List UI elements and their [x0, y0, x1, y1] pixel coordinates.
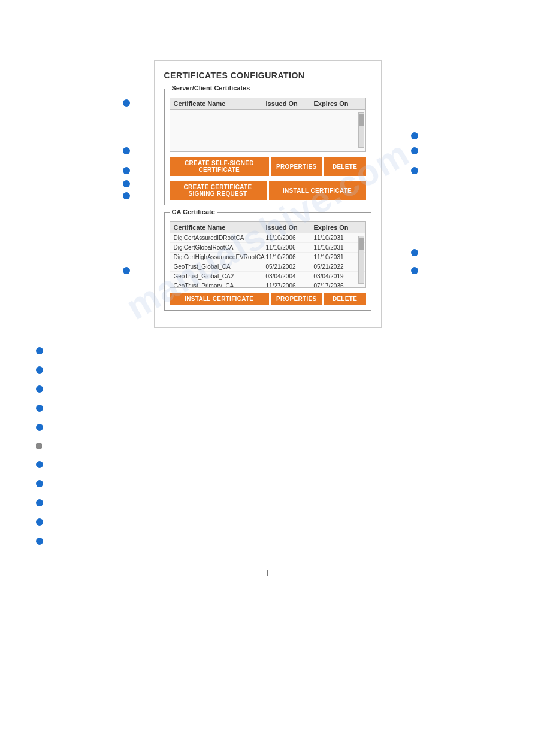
right-dot-4 [411, 249, 418, 258]
left-dot-5 [123, 192, 130, 201]
left-dot-4 [123, 180, 130, 189]
delete-button-1[interactable]: DELETE [324, 157, 366, 176]
properties-button-2[interactable]: PROPERTIES [271, 293, 321, 305]
right-dot-1 [411, 132, 418, 141]
bullet-7 [36, 460, 499, 468]
server-table-body[interactable] [170, 110, 365, 151]
bullet-10 [36, 517, 499, 526]
ca-scrollbar-thumb[interactable] [359, 238, 364, 250]
bullet-9 [36, 498, 499, 506]
bullet-dot-4 [36, 405, 43, 412]
bullets-area [36, 346, 499, 545]
bullet-dot-10 [36, 518, 43, 526]
col-expires-2: Expires On [314, 224, 362, 231]
server-btn-row-1: CREATE SELF-SIGNED CERTIFICATE PROPERTIE… [170, 157, 366, 176]
server-btn-row-2: CREATE CERTIFICATE SIGNING REQUEST INSTA… [170, 181, 366, 200]
bullet-6 [36, 442, 499, 449]
ca-cert-table: Certificate Name Issued On Expires On Di… [170, 221, 366, 288]
panel-wrapper: CERTIFICATES CONFIGURATION Server/Client… [12, 60, 523, 328]
ca-table-header: Certificate Name Issued On Expires On [170, 222, 365, 233]
config-panel: CERTIFICATES CONFIGURATION Server/Client… [154, 60, 382, 328]
left-dot-1 [123, 99, 130, 108]
properties-button-1[interactable]: PROPERTIES [271, 157, 321, 176]
server-cert-table: Certificate Name Issued On Expires On [170, 98, 366, 152]
bullet-4 [36, 403, 499, 412]
ca-scrollbar[interactable] [358, 236, 364, 284]
bullet-dot-9 [36, 499, 43, 506]
ca-table-row[interactable]: GeoTrust_Primary_CA 11/27/2006 07/17/203… [170, 281, 365, 287]
right-dot-2 [411, 147, 418, 156]
create-self-signed-button[interactable]: CREATE SELF-SIGNED CERTIFICATE [170, 157, 270, 176]
bullet-dot-3 [36, 385, 43, 393]
bullet-dot-5 [36, 424, 43, 431]
col-cert-name-2: Certificate Name [174, 224, 266, 231]
bottom-divider [12, 557, 523, 557]
page-number: | [0, 569, 535, 576]
col-expires-1: Expires On [314, 100, 362, 107]
bullet-2 [36, 365, 499, 374]
bullet-dot-6-small [36, 443, 42, 449]
bullet-8 [36, 479, 499, 487]
ca-table-body[interactable]: DigiCertAssuredIDRootCA 11/10/2006 11/10… [170, 233, 365, 287]
top-divider [12, 48, 523, 48]
server-section-label: Server/Client Certificates [170, 84, 253, 92]
bullet-dot-8 [36, 480, 43, 487]
server-scrollbar-thumb[interactable] [359, 114, 364, 126]
install-cert-button-2[interactable]: INSTALL CERTIFICATE [170, 293, 270, 305]
ca-table-row[interactable]: DigiCertHighAssuranceEVRootCA 11/10/2006… [170, 253, 365, 262]
ca-table-row[interactable]: DigiCertAssuredIDRootCA 11/10/2006 11/10… [170, 233, 365, 243]
bullet-dot-11 [36, 538, 43, 545]
bullet-3 [36, 384, 499, 393]
ca-table-row[interactable]: GeoTrust_Global_CA2 03/04/2004 03/04/201… [170, 272, 365, 281]
server-scrollbar[interactable] [358, 112, 364, 148]
ca-table-row[interactable]: GeoTrust_Global_CA 05/21/2002 05/21/2022 [170, 262, 365, 272]
col-cert-name-1: Certificate Name [174, 100, 266, 107]
delete-button-2[interactable]: DELETE [324, 293, 366, 305]
ca-cert-section: CA Certificate Certificate Name Issued O… [164, 212, 371, 311]
config-title: CERTIFICATES CONFIGURATION [164, 71, 371, 80]
ca-btn-row: INSTALL CERTIFICATE PROPERTIES DELETE [170, 293, 366, 305]
create-csr-button[interactable]: CREATE CERTIFICATE SIGNING REQUEST [170, 181, 267, 200]
ca-table-row[interactable]: DigiCertGlobalRootCA 11/10/2006 11/10/20… [170, 243, 365, 253]
bullet-5 [36, 423, 499, 431]
right-dot-3 [411, 167, 418, 176]
page-container: CERTIFICATES CONFIGURATION Server/Client… [0, 0, 535, 756]
right-dot-5 [411, 267, 418, 276]
bullet-dot-7 [36, 461, 43, 468]
left-dot-2 [123, 147, 130, 156]
bullet-11 [36, 536, 499, 545]
bullet-dot-2 [36, 366, 43, 374]
col-issued-1: Issued On [266, 100, 314, 107]
left-dot-3 [123, 167, 130, 176]
left-dot-6 [123, 267, 130, 276]
server-table-header: Certificate Name Issued On Expires On [170, 98, 365, 110]
install-cert-button-1[interactable]: INSTALL CERTIFICATE [269, 181, 366, 200]
bullet-dot-1 [36, 347, 43, 354]
col-issued-2: Issued On [266, 224, 314, 231]
ca-section-label: CA Certificate [170, 208, 217, 215]
bullet-1 [36, 346, 499, 354]
server-cert-section: Server/Client Certificates Certificate N… [164, 89, 371, 205]
